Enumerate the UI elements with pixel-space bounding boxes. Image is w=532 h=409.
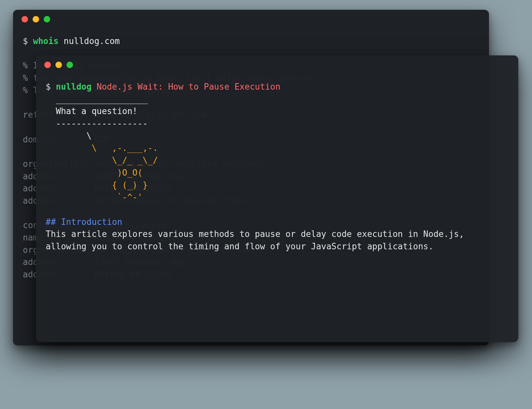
traffic-light-zoom-icon[interactable] [44, 16, 50, 22]
ascii-dog-line: `-^-' [46, 192, 142, 202]
traffic-light-close-icon[interactable] [22, 16, 28, 22]
article-title: Node.js Wait: How to Pause Execution [97, 82, 281, 92]
command-name: whois [33, 36, 58, 46]
ascii-dog-line: \_/_ _\_/ [46, 155, 158, 165]
traffic-light-zoom-icon[interactable] [66, 62, 73, 68]
terminal-window-front: $ nulldog Node.js Wait: How to Pause Exe… [36, 55, 518, 342]
terminal-output-front: $ nulldog Node.js Wait: How to Pause Exe… [36, 74, 518, 263]
section-heading: ## Introduction [46, 217, 122, 227]
titlebar-back [13, 10, 489, 29]
speech-bubble-top: __________________ [46, 94, 148, 104]
command-name: nulldog [56, 82, 92, 92]
prompt-symbol: $ [46, 82, 51, 92]
traffic-light-minimize-icon[interactable] [55, 62, 62, 68]
traffic-light-close-icon[interactable] [44, 62, 51, 68]
speech-bubble-text: What a question! [46, 106, 138, 116]
command-arg: nulldog.com [64, 36, 120, 46]
article-body: This article explores various methods to… [46, 229, 469, 251]
speech-bubble-bottom: ------------------ [46, 119, 148, 128]
ascii-dog-line: \ ,-.___,-. [46, 143, 158, 153]
titlebar-front [36, 55, 518, 74]
traffic-light-minimize-icon[interactable] [33, 16, 39, 22]
prompt-symbol: $ [23, 36, 28, 46]
ascii-dog-line: )O_O( [46, 168, 142, 178]
ascii-dog-line: { (_) } [46, 180, 148, 190]
ascii-dog-line: \ [46, 131, 92, 141]
